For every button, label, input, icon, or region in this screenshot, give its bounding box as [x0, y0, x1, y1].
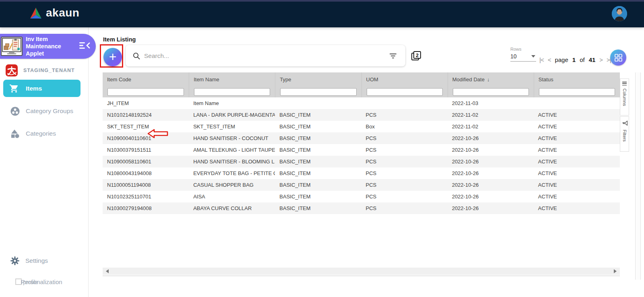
table-cell: AISA: [189, 191, 275, 202]
table-row[interactable]: N10300279194008ABAYA CURVE COLLARBASIC_I…: [103, 202, 620, 214]
sidebar-item-categories[interactable]: Categories: [0, 128, 89, 140]
applet-title: Inv Item Maintenance Applet: [26, 35, 69, 57]
gear-icon: [10, 256, 19, 265]
add-item-button[interactable]: +: [103, 48, 122, 66]
table-row[interactable]: N11000051194008CASUAL SHOPPER BAGBASIC_I…: [103, 179, 620, 191]
column-filter-input[interactable]: [107, 88, 184, 96]
pagination: |< < page 1 of 41 > >|: [539, 56, 611, 63]
sidebar-item-items[interactable]: Items: [3, 80, 80, 97]
rows-per-page-select[interactable]: 10: [510, 53, 536, 62]
table-cell: ACTIVE: [534, 109, 620, 121]
sidebar-item-settings[interactable]: Settings: [0, 255, 89, 267]
search-input[interactable]: [144, 52, 388, 60]
table-cell: 2022-10-26: [448, 156, 534, 167]
table-cell: PCS: [361, 132, 448, 144]
table-cell: 2022-11-03: [448, 97, 534, 109]
annotation-arrow-icon: [147, 129, 168, 138]
table-cell: SKT_TEST_ITEM: [103, 121, 189, 132]
sidebar: Inv Item Maintenance Applet STAGING_TENA…: [0, 27, 89, 297]
table-row[interactable]: N10102148192524LANA - DARK PURPLE-MAGENT…: [103, 109, 620, 121]
table-cell: ACTIVE: [534, 167, 620, 179]
grid-view-button[interactable]: [610, 50, 626, 66]
applet-header[interactable]: Inv Item Maintenance Applet: [0, 34, 96, 59]
table-cell: AMAL TELEKUNG - LIGHT TAUPE: [189, 144, 275, 156]
column-header[interactable]: Modified Date↓: [448, 72, 534, 86]
table-cell: 2022-10-26: [448, 132, 534, 144]
cart-icon: [9, 84, 19, 93]
table-cell: N10300279194008: [103, 202, 189, 214]
column-filter-input[interactable]: [280, 88, 356, 96]
of-word: of: [580, 56, 585, 63]
table-row[interactable]: JH_ITEMItem Name2022-11-03: [103, 97, 620, 109]
current-page: 1: [572, 56, 576, 63]
table-row[interactable]: N10300379151511AMAL TELEKUNG - LIGHT TAU…: [103, 144, 620, 156]
plus-icon: +: [109, 50, 117, 63]
akaun-logo[interactable]: akaun: [29, 6, 79, 19]
table-cell: ACTIVE: [534, 121, 620, 132]
table-cell: Item Name: [189, 97, 275, 109]
table-body: JH_ITEMItem Name2022-11-03N1010214819252…: [103, 97, 620, 214]
column-header[interactable]: Type: [275, 72, 361, 86]
page-scrollbar[interactable]: [635, 72, 641, 280]
tab-filters[interactable]: Filters: [620, 116, 629, 152]
table-row[interactable]: SKT_TEST_ITEMSKT_TEST_ITEMBASIC_ITEMBox2…: [103, 121, 620, 132]
sidebar-item-category-groups[interactable]: Category Groups: [0, 105, 89, 117]
scroll-left-icon[interactable]: [106, 269, 109, 273]
table-cell: LANA - DARK PURPLE-MAGENTA: [189, 109, 275, 121]
column-header[interactable]: UOM: [361, 72, 448, 86]
table-row[interactable]: N10800043194008EVERYDAY TOTE BAG - PETIT…: [103, 167, 620, 179]
page-title: Item Listing: [103, 36, 136, 43]
sort-desc-icon[interactable]: ↓: [487, 76, 490, 82]
prev-page-button[interactable]: <: [548, 56, 551, 63]
table-row[interactable]: N10900058110601HAND SANITISER - BLOOMING…: [103, 156, 620, 167]
table-cell: 2022-10-26: [448, 191, 534, 202]
rows-value: 10: [510, 53, 517, 60]
table-cell: 2022-10-26: [448, 167, 534, 179]
collapse-menu-icon[interactable]: [79, 41, 90, 51]
tab-columns[interactable]: Columns: [620, 78, 629, 116]
horizontal-scrollbar[interactable]: [103, 268, 620, 275]
search-filter-icon[interactable]: [388, 52, 398, 60]
column-header[interactable]: Status: [534, 72, 620, 86]
column-filter-input[interactable]: [194, 88, 270, 96]
table-cell: BASIC_ITEM: [275, 109, 361, 121]
main-content: Item Listing + 2 Rows 10: [89, 27, 644, 297]
table-cell: BASIC_ITEM: [275, 121, 361, 132]
table-cell: 2022-11-02: [448, 109, 534, 121]
page-word: page: [555, 56, 568, 63]
sidebar-item-tenant[interactable]: STAGING_TENANT: [0, 64, 89, 77]
funnel-icon: [621, 121, 628, 126]
table-cell: BASIC_ITEM: [275, 156, 361, 167]
table-row[interactable]: N10900040110601HAND SANITISER - COCONUTB…: [103, 132, 620, 144]
column-header[interactable]: Item Code: [103, 72, 189, 86]
first-page-button[interactable]: |<: [539, 56, 544, 63]
table-row[interactable]: N10102325110701AISABASIC_ITEMPCS2022-10-…: [103, 191, 620, 202]
akaun-triangle-icon: [29, 7, 43, 19]
profile-overlay-label: profile: [23, 279, 38, 285]
caret-down-icon: [531, 55, 535, 58]
sidebar-item-label: Items: [26, 85, 42, 92]
tenant-label: STAGING_TENANT: [23, 68, 75, 73]
shapes-icon: [10, 129, 20, 138]
table-cell: ABAYA CURVE COLLAR: [189, 202, 275, 214]
column-header[interactable]: Item Name: [189, 72, 275, 86]
sidebar-item-personalization[interactable]: Personalization profile: [0, 277, 89, 289]
column-filter-input[interactable]: [539, 88, 615, 96]
table-cell: ACTIVE: [534, 156, 620, 167]
tenant-logo-icon: [6, 64, 18, 76]
annotation-highlight-box: +: [100, 44, 123, 68]
table-cell: N10102148192524: [103, 109, 189, 121]
table-cell: 2022-10-26: [448, 202, 534, 214]
table-cell: 2022-11-02: [448, 121, 534, 132]
table-cell: N10300379151511: [103, 144, 189, 156]
table-cell: 2022-10-26: [448, 144, 534, 156]
scroll-right-icon[interactable]: [614, 269, 617, 273]
user-avatar[interactable]: [612, 6, 627, 21]
column-filter-input[interactable]: [453, 88, 529, 96]
total-pages: 41: [589, 56, 596, 63]
table-cell: EVERYDAY TOTE BAG - PETITE CA...: [189, 167, 275, 179]
table-filter-row: [103, 86, 620, 97]
column-filter-input[interactable]: [367, 88, 443, 96]
duplicate-page-2-icon[interactable]: 2: [411, 50, 422, 63]
next-page-button[interactable]: >: [599, 56, 603, 63]
